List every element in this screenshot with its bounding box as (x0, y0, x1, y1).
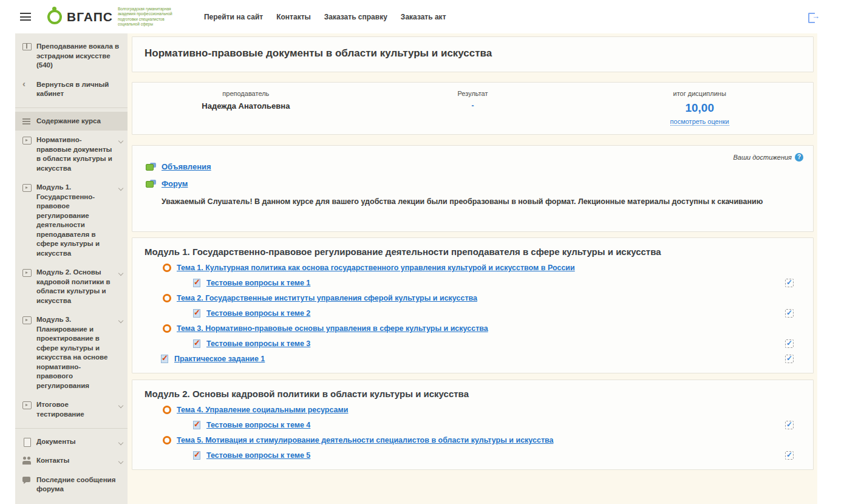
quiz-link[interactable]: Тестовые вопросы к теме 5 (206, 451, 310, 460)
result-label: Результат (359, 90, 587, 97)
total-grade: 10,00 (586, 101, 813, 115)
logo-name: ВГАПС (67, 10, 113, 24)
completion-checkbox-icon[interactable] (785, 355, 794, 363)
module-title: Модуль 1. Государственно-правовое регули… (145, 247, 802, 257)
play-square-icon (22, 268, 32, 277)
teacher-column: преподаватель Надежда Анатольевна (132, 90, 359, 126)
play-square-icon (22, 401, 32, 409)
content-area: Нормативно-правовые документы в области … (128, 33, 817, 504)
logo-icon (47, 10, 62, 24)
quiz-row: Тестовые вопросы к теме 3 (193, 339, 802, 348)
quiz-check-icon (193, 451, 200, 460)
topic-row: Тема 2. Государственные институты управл… (163, 294, 802, 302)
hamburger-menu-icon[interactable] (20, 13, 31, 21)
topic-row: Тема 3. Нормативно-правовые основы управ… (163, 324, 802, 333)
page-title: Нормативно-правовые документы в области … (145, 47, 801, 60)
achievements: Ваши достижения ? (733, 153, 803, 162)
topic-link[interactable]: Тема 4. Управление социальными ресурсами (177, 406, 349, 414)
forum-bubbles-icon (146, 180, 156, 188)
topic-link[interactable]: Тема 2. Государственные институты управл… (177, 294, 477, 302)
chevron-down-icon (118, 138, 123, 143)
sidebar-item-documents[interactable]: Документы (15, 432, 128, 452)
play-square-icon (22, 183, 32, 192)
chevron-down-icon (118, 440, 123, 444)
sidebar-item-module-1[interactable]: Модуль 1. Государственно-правовое регули… (15, 178, 128, 263)
sidebar-item-contacts[interactable]: Контакты (15, 451, 128, 471)
topic-row: Тема 1. Культурная политика как основа г… (163, 264, 802, 272)
sidebar-back-to-cabinet[interactable]: ‹ Вернуться в личный кабинет (15, 75, 128, 104)
quiz-row: Тестовые вопросы к теме 4 (193, 421, 802, 429)
completion-checkbox-icon[interactable] (785, 421, 794, 429)
help-badge-icon[interactable]: ? (795, 153, 803, 162)
topic-ring-icon (163, 294, 171, 302)
quiz-row: Тестовые вопросы к теме 5 (193, 451, 802, 460)
course-info-card: преподаватель Надежда Анатольевна Резуль… (132, 82, 814, 135)
sidebar-divider (15, 107, 128, 108)
sidebar-item-course-contents[interactable]: Содержание курса (15, 112, 128, 131)
quiz-link[interactable]: Тестовые вопросы к теме 3 (206, 339, 310, 348)
quiz-link[interactable]: Тестовые вопросы к теме 1 (206, 279, 310, 287)
quiz-row: Тестовые вопросы к теме 2 (193, 309, 802, 318)
sidebar-item-module-3[interactable]: Модуль 3. Планирование и проектирование … (15, 310, 128, 395)
announcements-link[interactable]: Объявления (162, 162, 211, 171)
sidebar-item-module-2[interactable]: Модуль 2. Основы кадровой политики в обл… (15, 263, 128, 310)
top-bar: ВГАПС Волгоградская гуманитарная академи… (0, 0, 844, 33)
quiz-check-icon (161, 355, 168, 363)
completion-checkbox-icon[interactable] (785, 451, 794, 460)
teacher-label: преподаватель (132, 90, 359, 97)
sidebar-item-normative-documents[interactable]: Нормативно-правовые документы в области … (15, 131, 128, 178)
topic-link[interactable]: Тема 1. Культурная политика как основа г… (177, 264, 575, 272)
completion-checkbox-icon[interactable] (785, 279, 794, 287)
sidebar-course-title[interactable]: Преподавание вокала в эстрадном искусств… (15, 37, 128, 75)
result-column: Результат - (359, 90, 587, 126)
topic-link[interactable]: Тема 5. Мотивация и стимулирование деяте… (177, 436, 553, 444)
play-square-icon (22, 136, 32, 145)
quiz-link[interactable]: Тестовые вопросы к теме 4 (206, 421, 310, 429)
sidebar: Преподавание вокала в эстрадном искусств… (15, 33, 128, 504)
sidebar-item-final-test[interactable]: Итоговое тестирование (15, 395, 128, 424)
quiz-check-icon (193, 339, 200, 348)
topic-row: Тема 5. Мотивация и стимулирование деяте… (163, 436, 802, 444)
topic-link[interactable]: Тема 3. Нормативно-правовые основы управ… (177, 324, 488, 333)
logo[interactable]: ВГАПС Волгоградская гуманитарная академи… (47, 7, 185, 27)
sidebar-divider (15, 428, 128, 429)
teacher-name: Надежда Анатольевна (132, 101, 359, 111)
users-icon (22, 457, 32, 465)
module-1-card: Модуль 1. Государственно-правовое регули… (132, 237, 814, 373)
announcements-row: Объявления (146, 162, 802, 171)
chevron-down-icon (118, 186, 123, 191)
main-area: Преподавание вокала в эстрадном искусств… (15, 33, 817, 504)
comment-icon (22, 476, 32, 485)
document-icon (22, 438, 32, 446)
sidebar-item-latest-forum-posts[interactable]: Последние сообщения форума (15, 471, 128, 499)
list-icon (22, 117, 32, 126)
nav-order-act[interactable]: Заказать акт (401, 13, 446, 21)
chevron-left-icon: ‹ (22, 81, 32, 89)
nav-order-certificate[interactable]: Заказать справку (324, 13, 387, 21)
result-value: - (359, 101, 587, 110)
course-title-card: Нормативно-правовые документы в области … (132, 36, 814, 72)
logout-icon[interactable] (808, 12, 818, 21)
quiz-check-icon (193, 421, 200, 429)
book-icon (22, 43, 32, 51)
completion-checkbox-icon[interactable] (785, 309, 794, 318)
topic-ring-icon (163, 406, 171, 414)
view-grades-link[interactable]: посмотреть оценки (670, 118, 729, 126)
module-title: Модуль 2. Основы кадровой политики в обл… (145, 389, 802, 399)
quiz-check-icon (193, 279, 200, 287)
chevron-down-icon (118, 318, 123, 323)
nav-contacts[interactable]: Контакты (276, 13, 311, 21)
forum-link[interactable]: Форум (162, 179, 188, 188)
module-2-card: Модуль 2. Основы кадровой политики в обл… (132, 380, 814, 470)
assignment-row: Практическое задание 1 (161, 355, 802, 363)
nav-go-to-site[interactable]: Перейти на сайт (204, 13, 263, 21)
achievements-label: Ваши достижения (733, 154, 792, 161)
total-column: итог дисциплины 10,00 посмотреть оценки (586, 90, 813, 126)
forum-row: Форум (146, 179, 802, 188)
quiz-link[interactable]: Тестовые вопросы к теме 2 (206, 309, 310, 318)
topic-row: Тема 4. Управление социальными ресурсами (163, 406, 802, 414)
completion-checkbox-icon[interactable] (785, 339, 794, 348)
chevron-down-icon (118, 271, 123, 276)
sidebar-item-instructions[interactable]: Инструкции (15, 499, 128, 504)
assignment-link[interactable]: Практическое задание 1 (174, 355, 265, 363)
